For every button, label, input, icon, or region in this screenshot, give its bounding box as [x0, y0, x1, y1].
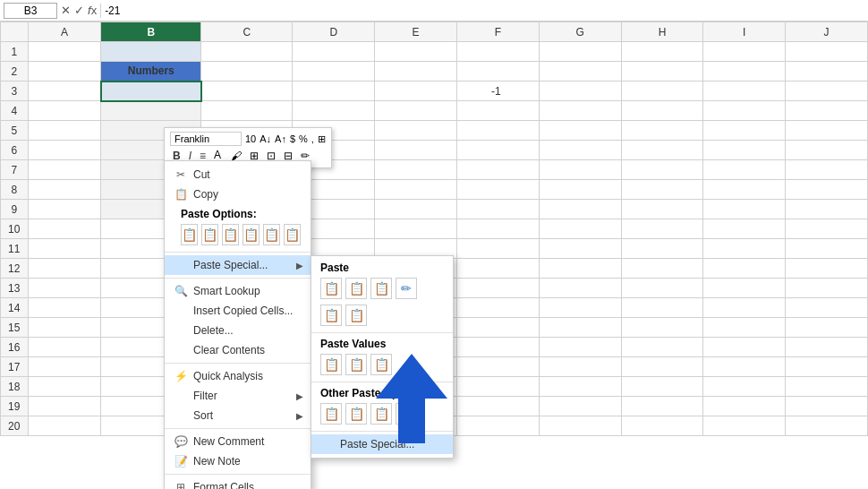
cell-d3[interactable] — [293, 82, 375, 101]
cell-j18[interactable] — [786, 377, 868, 397]
cell-a12[interactable] — [28, 259, 101, 279]
cell-h6[interactable] — [621, 141, 703, 160]
cell-j7[interactable] — [786, 160, 868, 180]
cell-b3[interactable] — [101, 82, 201, 101]
cell-j3[interactable] — [786, 82, 868, 101]
paste-val-btn-1[interactable]: 📋 — [320, 354, 342, 375]
cell-h3[interactable] — [621, 82, 703, 101]
cell-h17[interactable] — [621, 357, 703, 377]
col-header-f[interactable]: F — [456, 22, 539, 42]
cell-h18[interactable] — [621, 377, 703, 397]
cell-e5[interactable] — [375, 121, 457, 141]
cell-j13[interactable] — [786, 279, 868, 298]
cell-g2[interactable] — [539, 62, 621, 82]
cell-a3[interactable] — [28, 82, 101, 101]
cell-j9[interactable] — [786, 200, 868, 219]
menu-sort[interactable]: Sort ▶ — [165, 406, 311, 425]
cell-f9[interactable] — [456, 200, 539, 219]
paste-sub-btn-5[interactable]: 📋 — [320, 305, 342, 326]
cell-f6[interactable] — [456, 141, 539, 160]
formula-input[interactable] — [100, 4, 864, 18]
cell-e9[interactable] — [375, 200, 457, 219]
cell-a16[interactable] — [28, 338, 101, 357]
cell-h8[interactable] — [621, 180, 703, 200]
cell-e8[interactable] — [375, 180, 457, 200]
cell-h19[interactable] — [621, 397, 703, 416]
cell-a7[interactable] — [28, 160, 101, 180]
cell-f13[interactable] — [456, 279, 539, 298]
col-header-g[interactable]: G — [539, 22, 621, 42]
confirm-icon[interactable]: ✓ — [74, 4, 84, 17]
cell-i6[interactable] — [703, 141, 786, 160]
cell-i19[interactable] — [703, 397, 786, 416]
paste-sub-btn-2[interactable]: 📋 — [345, 278, 367, 299]
cell-b4[interactable] — [101, 101, 201, 121]
cell-g11[interactable] — [539, 239, 621, 259]
paste-btn-5[interactable]: 📋 — [263, 224, 280, 245]
cell-reference-box[interactable]: B3 — [4, 3, 57, 19]
col-header-b[interactable]: B — [101, 22, 201, 42]
cell-d1[interactable] — [293, 42, 375, 62]
paste-btn-3[interactable]: 📋 — [222, 224, 239, 245]
cell-f2[interactable] — [456, 62, 539, 82]
cell-j15[interactable] — [786, 318, 868, 338]
cell-j10[interactable] — [786, 219, 868, 239]
cell-e2[interactable] — [375, 62, 457, 82]
cell-a17[interactable] — [28, 357, 101, 377]
cell-j5[interactable] — [786, 121, 868, 141]
cell-i8[interactable] — [703, 180, 786, 200]
menu-clear-contents[interactable]: Clear Contents — [165, 340, 311, 360]
cell-f11[interactable] — [456, 239, 539, 259]
cell-g10[interactable] — [539, 219, 621, 239]
cell-a6[interactable] — [28, 141, 101, 160]
cell-j2[interactable] — [786, 62, 868, 82]
paste-val-btn-2[interactable]: 📋 — [345, 354, 367, 375]
cell-i15[interactable] — [703, 318, 786, 338]
paste-btn-2[interactable]: 📋 — [201, 224, 218, 245]
cell-g7[interactable] — [539, 160, 621, 180]
cell-c3[interactable] — [201, 82, 293, 101]
cell-g20[interactable] — [539, 416, 621, 436]
cell-e1[interactable] — [375, 42, 457, 62]
function-icon[interactable]: fx — [88, 4, 97, 17]
cell-h5[interactable] — [621, 121, 703, 141]
cell-i20[interactable] — [703, 416, 786, 436]
cell-f18[interactable] — [456, 377, 539, 397]
cell-c1[interactable] — [201, 42, 293, 62]
cell-a10[interactable] — [28, 219, 101, 239]
col-header-e[interactable]: E — [375, 22, 457, 42]
cell-h11[interactable] — [621, 239, 703, 259]
cell-j16[interactable] — [786, 338, 868, 357]
cell-a1[interactable] — [28, 42, 101, 62]
dollar-icon[interactable]: $ — [290, 133, 295, 144]
cell-g1[interactable] — [539, 42, 621, 62]
col-header-h[interactable]: H — [621, 22, 703, 42]
cell-i14[interactable] — [703, 298, 786, 318]
cell-i4[interactable] — [703, 101, 786, 121]
cell-g3[interactable] — [539, 82, 621, 101]
menu-new-note[interactable]: 📝 New Note — [165, 451, 311, 471]
cell-j8[interactable] — [786, 180, 868, 200]
cell-j12[interactable] — [786, 259, 868, 279]
cell-b2[interactable]: Numbers — [101, 62, 201, 82]
cell-h4[interactable] — [621, 101, 703, 121]
cell-g13[interactable] — [539, 279, 621, 298]
cell-a15[interactable] — [28, 318, 101, 338]
cell-g14[interactable] — [539, 298, 621, 318]
cell-g9[interactable] — [539, 200, 621, 219]
other-paste-btn-2[interactable]: 📋 — [345, 403, 367, 425]
cell-h2[interactable] — [621, 62, 703, 82]
cell-f12[interactable] — [456, 259, 539, 279]
cell-f8[interactable] — [456, 180, 539, 200]
cell-i18[interactable] — [703, 377, 786, 397]
col-header-j[interactable]: J — [786, 22, 868, 42]
cell-f4[interactable] — [456, 101, 539, 121]
col-header-i[interactable]: I — [703, 22, 786, 42]
cell-f19[interactable] — [456, 397, 539, 416]
cell-f10[interactable] — [456, 219, 539, 239]
cell-j11[interactable] — [786, 239, 868, 259]
cell-c2[interactable] — [201, 62, 293, 82]
menu-quick-analysis[interactable]: ⚡ Quick Analysis — [165, 366, 311, 386]
cell-i12[interactable] — [703, 259, 786, 279]
cell-g15[interactable] — [539, 318, 621, 338]
